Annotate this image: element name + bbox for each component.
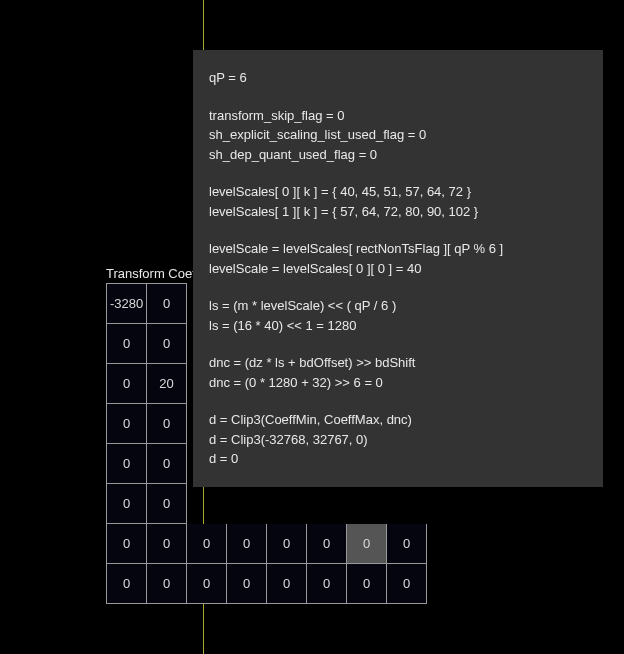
tooltip-line: qP = 6 — [209, 68, 587, 88]
table-row: 00 — [107, 484, 427, 524]
tooltip-line: sh_dep_quant_used_flag = 0 — [209, 145, 587, 165]
coeff-cell[interactable]: 0 — [147, 524, 187, 564]
coeff-cell[interactable]: 0 — [147, 284, 187, 324]
coeff-cell[interactable]: 0 — [267, 524, 307, 564]
coeff-cell[interactable]: 0 — [107, 564, 147, 604]
coeff-cell[interactable]: 0 — [147, 444, 187, 484]
coeff-cell[interactable]: 0 — [147, 484, 187, 524]
tooltip-line: dnc = (dz * ls + bdOffset) >> bdShift — [209, 353, 587, 373]
coeff-cell[interactable]: 0 — [227, 564, 267, 604]
coeff-cell[interactable]: 0 — [107, 444, 147, 484]
tooltip-line: levelScale = levelScales[ rectNonTsFlag … — [209, 239, 587, 259]
coeff-cell[interactable]: 0 — [187, 564, 227, 604]
table-title: Transform Coeffs — [106, 266, 206, 281]
coeff-cell[interactable]: 0 — [147, 404, 187, 444]
coeff-cell[interactable]: 0 — [387, 564, 427, 604]
tooltip-line: sh_explicit_scaling_list_used_flag = 0 — [209, 125, 587, 145]
coeff-cell[interactable]: 0 — [147, 564, 187, 604]
coeff-cell[interactable]: 0 — [107, 484, 147, 524]
coeff-cell[interactable]: 0 — [347, 524, 387, 564]
coeff-cell[interactable]: 0 — [107, 404, 147, 444]
coeff-cell[interactable]: 0 — [147, 324, 187, 364]
tooltip-line: ls = (m * levelScale) << ( qP / 6 ) — [209, 296, 587, 316]
coeff-cell[interactable]: 0 — [347, 564, 387, 604]
tooltip-line: levelScale = levelScales[ 0 ][ 0 ] = 40 — [209, 259, 587, 279]
coeff-cell[interactable]: 0 — [187, 524, 227, 564]
tooltip-line: ls = (16 * 40) << 1 = 1280 — [209, 316, 587, 336]
tooltip-line: transform_skip_flag = 0 — [209, 106, 587, 126]
tooltip-line: d = Clip3(CoeffMin, CoeffMax, dnc) — [209, 410, 587, 430]
coeff-cell[interactable]: 0 — [107, 524, 147, 564]
coeff-cell[interactable]: 0 — [387, 524, 427, 564]
coeff-cell[interactable]: 0 — [107, 324, 147, 364]
coeff-cell[interactable]: 0 — [267, 564, 307, 604]
tooltip-line: d = 0 — [209, 449, 587, 469]
table-row: 00000000 — [107, 564, 427, 604]
coeff-cell[interactable]: 0 — [307, 524, 347, 564]
coeff-cell[interactable]: 20 — [147, 364, 187, 404]
coeff-cell[interactable]: 0 — [307, 564, 347, 604]
coeff-cell[interactable]: -3280 — [107, 284, 147, 324]
coeff-cell[interactable]: 0 — [227, 524, 267, 564]
table-row: 00000000 — [107, 524, 427, 564]
tooltip-line: dnc = (0 * 1280 + 32) >> 6 = 0 — [209, 373, 587, 393]
tooltip-line: levelScales[ 0 ][ k ] = { 40, 45, 51, 57… — [209, 182, 587, 202]
coeff-cell[interactable]: 0 — [107, 364, 147, 404]
tooltip-line: d = Clip3(-32768, 32767, 0) — [209, 430, 587, 450]
tooltip-line: levelScales[ 1 ][ k ] = { 57, 64, 72, 80… — [209, 202, 587, 222]
info-tooltip: qP = 6transform_skip_flag = 0sh_explicit… — [193, 50, 603, 487]
